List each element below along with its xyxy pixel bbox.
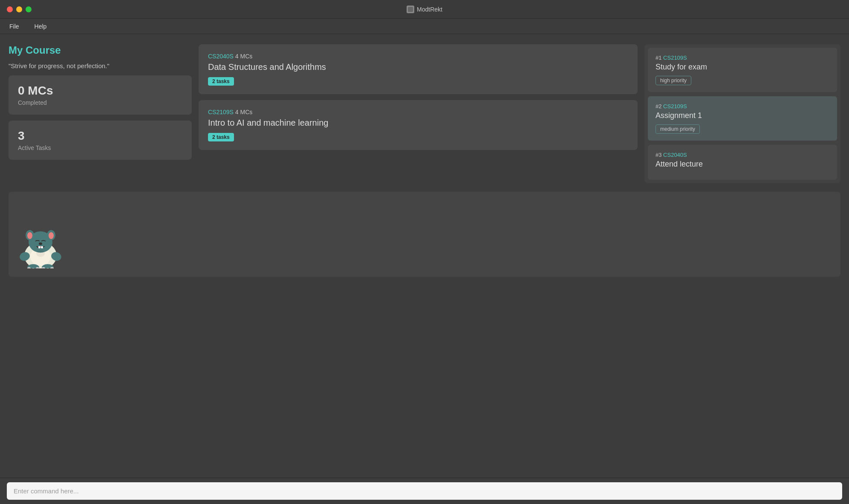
task-card-1[interactable]: #2 CS2109S Assignment 1 medium priority [648, 96, 837, 141]
app-icon [407, 6, 414, 13]
window-controls [7, 6, 32, 12]
bottom-section [9, 192, 840, 277]
mcs-completed-label: Completed [18, 99, 182, 106]
task-code-1: CS2109S [663, 103, 687, 109]
menu-help[interactable]: Help [32, 21, 49, 32]
svg-point-8 [39, 242, 42, 245]
top-section: My Course "Strive for progress, not perf… [9, 44, 840, 183]
task-meta-1: #2 CS2109S [656, 103, 829, 109]
course-tasks-badge-1: 2 tasks [208, 133, 234, 141]
task-number-0: #1 [656, 55, 661, 61]
task-priority-badge-1: medium priority [656, 124, 700, 134]
svg-rect-0 [408, 7, 413, 12]
maximize-button[interactable] [26, 6, 32, 12]
tasks-panel[interactable]: #1 CS2109S Study for exam high priority … [644, 44, 840, 183]
app-title: ModtRekt [407, 6, 442, 13]
active-tasks-label: Active Tasks [18, 144, 182, 151]
course-tasks-badge-0: 2 tasks [208, 77, 234, 86]
task-meta-0: #1 CS2109S [656, 55, 829, 61]
menu-file[interactable]: File [7, 21, 22, 32]
svg-rect-10 [41, 246, 43, 248]
svg-point-7 [49, 232, 54, 239]
course-card-1[interactable]: CS2109S 4 MCs Intro to AI and machine le… [199, 100, 638, 150]
course-name-0: Data Structures and Algorithms [208, 62, 628, 72]
menubar: File Help [0, 19, 849, 34]
task-name-2: Attend lecture [656, 160, 829, 169]
task-card-0[interactable]: #1 CS2109S Study for exam high priority [648, 48, 837, 92]
task-code-0: CS2109S [663, 55, 687, 61]
task-code-2: CS2040S [663, 152, 687, 158]
svg-point-21 [36, 250, 45, 257]
svg-rect-9 [38, 246, 40, 248]
titlebar: ModtRekt [0, 0, 849, 19]
task-card-2[interactable]: #3 CS2040S Attend lecture [648, 145, 837, 180]
task-name-0: Study for exam [656, 63, 829, 72]
course-name-1: Intro to AI and machine learning [208, 118, 628, 128]
course-card-0[interactable]: CS2040S 4 MCs Data Structures and Algori… [199, 44, 638, 94]
close-button[interactable] [7, 6, 13, 12]
motivational-quote: "Strive for progress, not perfection." [9, 62, 192, 69]
main-content: My Course "Strive for progress, not perf… [0, 34, 849, 478]
command-input[interactable] [7, 482, 842, 500]
courses-panel: CS2040S 4 MCs Data Structures and Algori… [199, 44, 638, 150]
task-number-1: #2 [656, 103, 661, 109]
mcs-completed-card: 0 MCs Completed [9, 75, 192, 115]
task-priority-badge-0: high priority [656, 76, 691, 85]
command-bar [0, 478, 849, 504]
left-panel: My Course "Strive for progress, not perf… [9, 44, 192, 160]
task-name-1: Assignment 1 [656, 111, 829, 120]
course-meta-1: CS2109S 4 MCs [208, 109, 628, 115]
snorlax-mascot [17, 226, 64, 268]
course-meta-0: CS2040S 4 MCs [208, 53, 628, 60]
mcs-completed-number: 0 MCs [18, 84, 182, 98]
task-meta-2: #3 CS2040S [656, 152, 829, 158]
task-number-2: #3 [656, 152, 661, 158]
svg-point-6 [27, 232, 32, 239]
section-title: My Course [9, 44, 192, 56]
active-tasks-card: 3 Active Tasks [9, 121, 192, 160]
active-tasks-number: 3 [18, 129, 182, 143]
course-code-0: CS2040S [208, 53, 234, 60]
course-code-1: CS2109S [208, 109, 234, 115]
minimize-button[interactable] [16, 6, 22, 12]
